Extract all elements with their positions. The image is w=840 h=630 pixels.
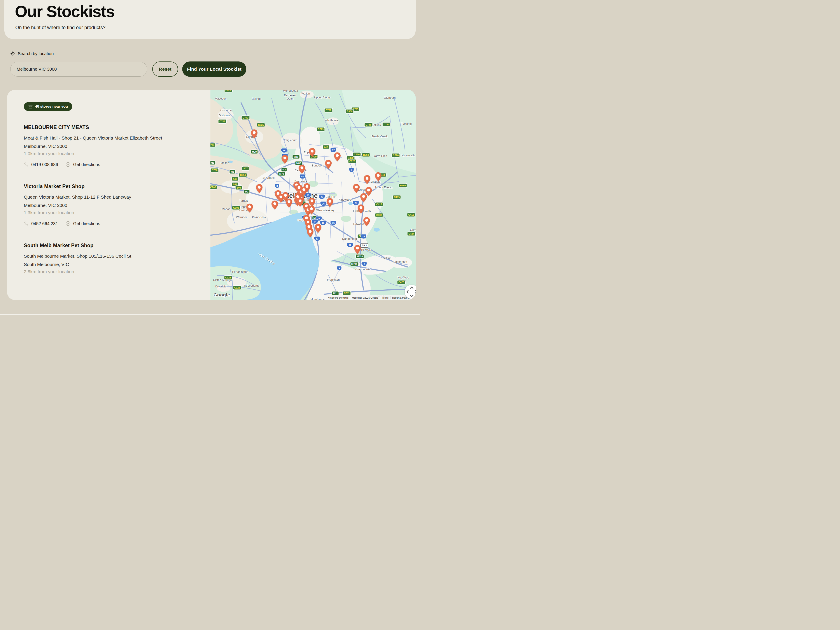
map-pin[interactable] (297, 198, 303, 207)
store-list-item: South Melb Market Pet ShopSouth Melbourn… (24, 235, 205, 283)
map-pin[interactable] (272, 201, 278, 210)
map-pin[interactable] (363, 217, 370, 226)
phone-number: 0452 664 231 (31, 221, 58, 226)
store-name: South Melb Market Pet Shop (24, 243, 205, 248)
map-pin[interactable] (308, 205, 315, 215)
map-pin[interactable] (281, 155, 288, 164)
search-label: Search by location (18, 51, 54, 56)
map-pin[interactable] (360, 193, 367, 202)
map-pin[interactable] (358, 205, 364, 213)
map-pin[interactable] (256, 184, 262, 193)
pan-control[interactable] (405, 285, 415, 299)
page-title: Our Stockists (15, 2, 114, 21)
store-distance: 1.0km from your location (24, 151, 205, 156)
store-name: Victoria Market Pet Shop (24, 183, 205, 189)
map-pin[interactable] (327, 198, 333, 207)
map-pin[interactable] (298, 165, 305, 174)
keyboard-shortcuts-link[interactable]: Keyboard shortcuts (326, 297, 350, 299)
reset-button[interactable]: Reset (152, 62, 178, 77)
phone-number: 0419 008 686 (31, 162, 58, 167)
map-pins-layer (210, 90, 415, 300)
map-pin[interactable] (307, 228, 313, 237)
compass-icon (65, 221, 71, 226)
map-pin[interactable] (353, 184, 360, 193)
crosshair-icon (10, 51, 15, 56)
page-subtitle: On the hunt of where to find our product… (15, 25, 106, 30)
get-directions-link[interactable]: Get directions (65, 221, 100, 226)
phone-link[interactable]: 0452 664 231 (24, 221, 58, 226)
get-directions-label: Get directions (73, 221, 100, 226)
map-pin[interactable] (309, 148, 316, 157)
store-count-badge: 46 stores near you (24, 102, 72, 111)
store-distance: 2.8km from your location (24, 269, 205, 274)
map-attribution: Keyboard shortcuts Map data ©2026 Google… (324, 295, 415, 300)
map[interactable]: MacedonBolindaMonegeettaDarraweit GuimWa… (210, 90, 415, 300)
map-pin[interactable] (375, 172, 382, 182)
map-data-label: Map data ©2026 Google (350, 297, 380, 299)
search-label-row: Search by location (10, 51, 54, 56)
map-pin[interactable] (300, 186, 307, 195)
find-stockist-button[interactable]: Find Your Local Stockist (182, 62, 246, 77)
store-contact-row: 0452 664 231Get directions (24, 221, 205, 226)
store-count-label: 46 stores near you (35, 104, 68, 109)
terms-link[interactable]: Terms (380, 297, 390, 299)
phone-icon (24, 221, 29, 226)
store-contact-row: 0419 008 686Get directions (24, 162, 205, 167)
store-list: 46 stores near you MELBOURNE CITY MEATSM… (24, 90, 205, 283)
store-name: MELBOURNE CITY MEATS (24, 125, 205, 130)
next-section-edge (0, 314, 420, 315)
phone-link[interactable]: 0419 008 686 (24, 162, 58, 167)
map-pin[interactable] (309, 197, 315, 207)
compass-icon (65, 162, 71, 167)
store-list-item: MELBOURNE CITY MEATSMeat & Fish Hall - S… (24, 111, 205, 176)
storefront-icon (28, 104, 33, 109)
phone-icon (24, 162, 29, 167)
map-pin[interactable] (334, 152, 341, 161)
header-band: Our Stockists On the hunt of where to fi… (5, 0, 415, 39)
search-input[interactable] (10, 62, 147, 77)
map-pin[interactable] (315, 224, 321, 233)
store-address: Meat & Fish Hall - Shop 21 - Queen Victo… (24, 134, 177, 150)
map-pin[interactable] (354, 245, 361, 254)
get-directions-label: Get directions (73, 162, 100, 167)
map-pin[interactable] (286, 199, 292, 208)
store-distance: 1.3km from your location (24, 210, 205, 215)
store-address: Queen Victoria Market, Shop 11-12 F Shed… (24, 193, 177, 210)
store-list-item: Victoria Market Pet ShopQueen Victoria M… (24, 176, 205, 235)
map-pin[interactable] (246, 204, 253, 213)
store-address: South Melbourne Market, Shop 105/116-136… (24, 252, 177, 268)
get-directions-link[interactable]: Get directions (65, 162, 100, 167)
map-pin[interactable] (325, 160, 332, 169)
map-pin[interactable] (364, 175, 370, 184)
google-logo: Google (213, 292, 230, 297)
results-card: 46 stores near you MELBOURNE CITY MEATSM… (7, 90, 415, 300)
map-pin[interactable] (251, 129, 257, 138)
